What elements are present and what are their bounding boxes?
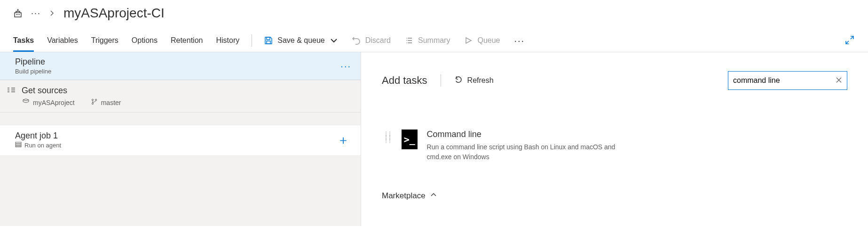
tab-variables[interactable]: Variables xyxy=(47,29,78,52)
discard-button[interactable]: Discard xyxy=(352,36,391,45)
svg-rect-6 xyxy=(16,142,21,144)
drag-handle-icon[interactable]: ┆┆┆┆┆┆ xyxy=(385,130,392,142)
task-result-command-line[interactable]: ┆┆┆┆┆┆ >_ Command line Run a command lin… xyxy=(385,130,629,162)
pipeline-subtitle: Build pipeline xyxy=(15,68,51,75)
agent-job-text: Agent job 1 Run on agent xyxy=(15,131,61,149)
sources-icon xyxy=(7,87,16,95)
pipeline-title: Pipeline xyxy=(15,57,51,67)
clear-search-button[interactable] xyxy=(836,77,842,85)
tab-history[interactable]: History xyxy=(216,29,239,52)
tab-options[interactable]: Options xyxy=(132,29,158,52)
summary-label: Summary xyxy=(418,36,450,45)
fullscreen-button[interactable] xyxy=(844,35,855,47)
refresh-label: Refresh xyxy=(467,76,494,85)
toolbar: Save & queue Discard Summary Queue ··· xyxy=(264,35,525,46)
task-search-input[interactable] xyxy=(733,76,836,85)
add-task-button[interactable]: ＋ xyxy=(337,134,349,146)
get-sources-title: Get sources xyxy=(22,86,67,96)
save-queue-label: Save & queue xyxy=(277,36,325,45)
source-branch-name: master xyxy=(101,99,121,106)
terminal-icon: >_ xyxy=(402,130,418,149)
tabs: Tasks Variables Triggers Options Retenti… xyxy=(13,29,239,52)
svg-rect-1 xyxy=(267,37,270,40)
refresh-button[interactable]: Refresh xyxy=(454,75,494,86)
server-icon xyxy=(15,142,22,149)
svg-point-3 xyxy=(92,99,93,100)
agent-job-title: Agent job 1 xyxy=(15,131,61,141)
separator xyxy=(441,74,441,87)
chevron-down-icon xyxy=(330,36,338,45)
agent-job-row[interactable]: Agent job 1 Run on agent ＋ xyxy=(0,125,361,156)
chevron-right-icon xyxy=(49,8,55,18)
svg-point-5 xyxy=(95,99,96,100)
summary-button[interactable]: Summary xyxy=(405,36,450,45)
pipeline-more-button[interactable]: ··· xyxy=(340,61,351,72)
header: ··· myASAproject-CI xyxy=(0,0,868,29)
breadcrumb-more[interactable]: ··· xyxy=(31,8,41,18)
tabbar: Tasks Variables Triggers Options Retenti… xyxy=(0,29,868,52)
source-repo-name: myASAproject xyxy=(33,99,75,106)
task-result-desc: Run a command line script using Bash on … xyxy=(427,142,629,162)
source-repo: myASAproject xyxy=(23,98,75,106)
task-search-box[interactable] xyxy=(728,71,847,90)
marketplace-section[interactable]: Marketplace xyxy=(382,191,847,201)
add-tasks-header: Add tasks Refresh xyxy=(382,71,847,90)
undo-icon xyxy=(352,36,361,45)
task-result-name: Command line xyxy=(427,130,629,139)
source-branch: master xyxy=(91,98,121,106)
pipeline-row[interactable]: Pipeline Build pipeline ··· xyxy=(0,52,361,80)
svg-rect-7 xyxy=(16,144,21,146)
tab-triggers[interactable]: Triggers xyxy=(91,29,118,52)
tab-retention[interactable]: Retention xyxy=(171,29,203,52)
save-icon xyxy=(264,36,273,45)
branch-icon xyxy=(91,98,97,106)
main: Pipeline Build pipeline ··· Get sources … xyxy=(0,52,868,226)
play-icon xyxy=(464,36,473,45)
save-queue-button[interactable]: Save & queue xyxy=(264,36,338,45)
pipeline-text: Pipeline Build pipeline xyxy=(15,57,51,75)
marketplace-label: Marketplace xyxy=(382,191,426,201)
right-pane: Add tasks Refresh ┆┆┆┆┆┆ >_ Command line… xyxy=(361,52,868,226)
project-icon xyxy=(13,8,23,18)
svg-rect-2 xyxy=(267,41,270,44)
queue-button-disabled[interactable]: Queue xyxy=(464,36,500,45)
chevron-up-icon xyxy=(430,191,437,201)
task-result-text: Command line Run a command line script u… xyxy=(427,130,629,162)
discard-label: Discard xyxy=(365,36,391,45)
agent-job-subtitle: Run on agent xyxy=(15,142,61,149)
get-sources-row[interactable]: Get sources myASAproject master xyxy=(0,80,361,113)
svg-point-4 xyxy=(92,103,93,104)
repo-icon xyxy=(23,98,29,106)
separator xyxy=(252,34,252,47)
tab-tasks[interactable]: Tasks xyxy=(13,29,34,52)
svg-rect-8 xyxy=(16,146,21,147)
refresh-icon xyxy=(454,75,463,86)
left-pane: Pipeline Build pipeline ··· Get sources … xyxy=(0,52,361,226)
queue-label: Queue xyxy=(477,36,500,45)
list-icon xyxy=(405,36,413,45)
page-title: myASAproject-CI xyxy=(63,6,165,21)
more-actions-button[interactable]: ··· xyxy=(514,35,525,46)
add-tasks-heading: Add tasks xyxy=(382,74,427,87)
agent-job-subtitle-text: Run on agent xyxy=(24,142,61,149)
